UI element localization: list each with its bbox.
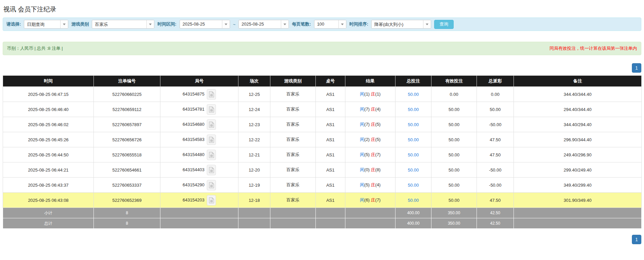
- cell-time: 2025-08-25 06:43:08: [3, 193, 94, 208]
- round-id: 643154583: [183, 137, 204, 142]
- cell-valid-bet: 50.00: [431, 117, 477, 132]
- page-size-select[interactable]: 100: [314, 20, 346, 29]
- header-game-category: 游戏类别: [270, 76, 316, 87]
- cell-remark: 249.40/296.90: [514, 147, 642, 162]
- game-category-value: 百家乐: [92, 20, 146, 28]
- round-id: 643154781: [183, 106, 204, 111]
- video-replay-icon[interactable]: [207, 119, 216, 130]
- cell-total-bet: 50.00: [395, 147, 431, 162]
- header-payout: 总派彩: [477, 76, 514, 87]
- table-row[interactable]: 2025-08-25 06:45:26 522760656726 6431545…: [3, 132, 642, 147]
- cell-result: 闲(5) 庄(7): [345, 147, 395, 162]
- cell-game-category: 百家乐: [270, 87, 316, 102]
- result-banker: 庄: [371, 167, 375, 172]
- chevron-down-icon[interactable]: [338, 20, 346, 28]
- table-row[interactable]: 2025-08-25 06:43:37 522760653337 6431542…: [3, 178, 642, 193]
- video-replay-icon[interactable]: [207, 180, 216, 190]
- cell-table-no: AS1: [316, 147, 345, 162]
- result-banker-score: (1): [375, 91, 381, 97]
- video-replay-icon[interactable]: [207, 89, 216, 100]
- result-player-score: (5): [364, 182, 370, 187]
- table-row[interactable]: 2025-08-25 06:46:02 522760657897 6431546…: [3, 117, 642, 132]
- query-type-value: 日期查询: [24, 20, 60, 28]
- total-bet-link[interactable]: 50.00: [408, 183, 419, 188]
- result-banker: 庄: [371, 137, 375, 142]
- cell-time: 2025-08-25 06:45:26: [3, 132, 94, 147]
- cell-time: 2025-08-25 06:43:37: [3, 178, 94, 193]
- cell-round-id: 643154290: [160, 178, 238, 193]
- result-player-score: (2): [364, 137, 370, 142]
- cell-payout: 47.50: [477, 147, 514, 162]
- chevron-down-icon[interactable]: [423, 20, 431, 28]
- cell-payout: -50.00: [477, 178, 514, 193]
- result-banker-score: (5): [375, 137, 381, 142]
- video-replay-icon[interactable]: [207, 165, 216, 175]
- header-session: 场次: [238, 76, 270, 87]
- range-separator: ~: [233, 22, 236, 27]
- cell-round-id: 643154480: [160, 147, 238, 162]
- total-bet-link[interactable]: 50.00: [408, 107, 419, 112]
- total-bet-link[interactable]: 50.00: [408, 137, 419, 142]
- cell-session: 12-18: [238, 193, 270, 208]
- table-body: 2025-08-25 06:47:15 522760660225 6431548…: [3, 87, 642, 229]
- result-player: 闲: [360, 167, 364, 172]
- result-player-score: (0): [364, 167, 370, 172]
- cell-valid-bet: 50.00: [431, 193, 477, 208]
- video-replay-icon[interactable]: [207, 150, 216, 160]
- cell-round-id: 643154680: [160, 117, 238, 132]
- total-bet-link[interactable]: 50.00: [408, 168, 419, 173]
- query-type-label: 请选择:: [6, 21, 21, 27]
- total-bet-link[interactable]: 50.00: [408, 198, 419, 203]
- cell-game-category: 百家乐: [270, 132, 316, 147]
- chevron-down-icon[interactable]: [281, 20, 289, 28]
- summary-count: 8: [94, 208, 160, 218]
- page-1-button[interactable]: 1: [632, 235, 641, 244]
- cell-time: 2025-08-25 06:46:40: [3, 102, 94, 117]
- table-row[interactable]: 2025-08-25 06:43:08 522760652369 6431542…: [3, 193, 642, 208]
- page-size-label: 每页笔数:: [292, 21, 311, 27]
- video-replay-icon[interactable]: [207, 195, 216, 206]
- query-type-select[interactable]: 日期查询: [24, 20, 68, 29]
- cell-total-bet: 50.00: [395, 178, 431, 193]
- video-replay-icon[interactable]: [207, 104, 216, 115]
- summary-valid-bet: 350.00: [431, 218, 477, 229]
- cell-bet-id: 522760652369: [94, 193, 160, 208]
- cell-round-id: 643154203: [160, 193, 238, 208]
- cell-payout: 47.50: [477, 193, 514, 208]
- chevron-down-icon[interactable]: [222, 20, 230, 28]
- page-1-button[interactable]: 1: [632, 63, 641, 73]
- table-row[interactable]: 2025-08-25 06:44:50 522760655518 6431544…: [3, 147, 642, 162]
- cell-bet-id: 522760657897: [94, 117, 160, 132]
- chevron-down-icon[interactable]: [146, 20, 154, 28]
- cell-valid-bet: 50.00: [431, 102, 477, 117]
- table-row[interactable]: 2025-08-25 06:47:15 522760660225 6431548…: [3, 87, 642, 102]
- total-bet-link[interactable]: 50.00: [408, 152, 419, 157]
- cell-table-no: AS1: [316, 193, 345, 208]
- result-banker: 庄: [371, 107, 375, 112]
- table-row[interactable]: 2025-08-25 06:44:21 522760654661 6431544…: [3, 162, 642, 178]
- cell-bet-id: 522760654661: [94, 162, 160, 178]
- page-content: 视讯 会员下注纪录 请选择: 日期查询 游戏类别 百家乐 时间区间: 2025-…: [0, 0, 644, 244]
- cell-session: 12-22: [238, 132, 270, 147]
- table-row[interactable]: 2025-08-25 06:46:40 522760659112 6431547…: [3, 102, 642, 117]
- chevron-down-icon[interactable]: [60, 20, 68, 28]
- game-category-select[interactable]: 百家乐: [92, 20, 154, 29]
- total-bet-link[interactable]: 50.00: [408, 122, 419, 127]
- result-player: 闲: [360, 182, 364, 187]
- cell-valid-bet: 0.00: [431, 87, 477, 102]
- total-bet-link[interactable]: 50.00: [408, 92, 419, 97]
- cell-game-category: 百家乐: [270, 102, 316, 117]
- search-button[interactable]: 查询: [434, 20, 454, 29]
- sort-select[interactable]: 降幂(由大到小): [371, 20, 431, 29]
- date-to-select[interactable]: 2025-08-25: [238, 20, 289, 29]
- cell-total-bet: 50.00: [395, 132, 431, 147]
- date-from-select[interactable]: 2025-08-25: [180, 20, 230, 29]
- header-round-id: 局号: [160, 76, 238, 87]
- result-banker-score: (4): [375, 182, 381, 187]
- cell-result: 闲(2) 庄(5): [345, 132, 395, 147]
- result-banker-score: (7): [375, 152, 381, 157]
- cell-bet-id: 522760659112: [94, 102, 160, 117]
- game-category-label: 游戏类别: [71, 21, 89, 27]
- video-replay-icon[interactable]: [207, 135, 216, 145]
- cell-payout: 0.00: [477, 87, 514, 102]
